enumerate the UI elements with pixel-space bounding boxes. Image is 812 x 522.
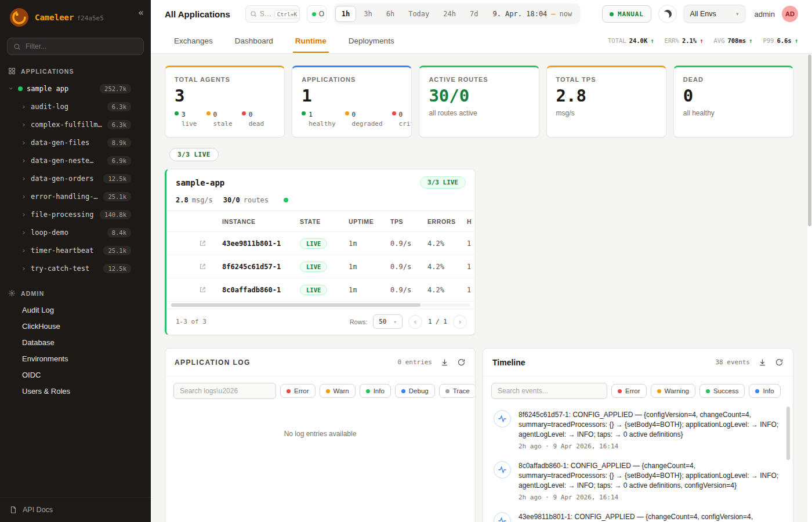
- tree-item-label: try-catch-test: [31, 264, 89, 273]
- manual-mode-button[interactable]: MANUAL: [602, 5, 651, 23]
- filter-chip-error[interactable]: Error: [611, 384, 647, 398]
- download-icon[interactable]: [440, 358, 449, 367]
- avatar[interactable]: AD: [782, 6, 798, 22]
- tabbar: Exchanges Dashboard Runtime Deployments …: [151, 28, 812, 54]
- range-today[interactable]: Today: [402, 6, 436, 22]
- log-search-input[interactable]: [173, 383, 276, 399]
- status-dot: [401, 389, 405, 393]
- external-link-icon[interactable]: [199, 286, 219, 293]
- table-row[interactable]: 8c0affadb860-1 LIVE 1m 0.9/s 4.2% 1: [166, 278, 475, 302]
- sidebar: « Cameleerf24a5e5 APPLICAT: [0, 0, 151, 522]
- filter-chip-trace[interactable]: Trace: [439, 384, 476, 398]
- errors-cell: 4.2%: [427, 263, 463, 271]
- timeline-event[interactable]: 43ee9811b801-1: CONFIG_APPLIED — {change…: [494, 512, 782, 522]
- sidebar-item-route[interactable]: ›complex-fulfillm…6.3k: [0, 115, 151, 133]
- timeline-scrollbar[interactable]: [786, 407, 790, 460]
- sidebar-item-environments[interactable]: Environments: [0, 350, 151, 367]
- chevron-right-icon: ›: [21, 175, 27, 182]
- sidebar-item-route[interactable]: ›data-gen-neste…6.9k: [0, 151, 151, 169]
- tree-item-badge: 6.9k: [107, 156, 131, 165]
- date-from[interactable]: 9. Apr. 18:04: [492, 10, 547, 18]
- status-dot: [175, 111, 179, 115]
- entries-count: 0 entries: [397, 358, 432, 366]
- sidebar-item-users-roles[interactable]: Users & Roles: [0, 383, 151, 399]
- range-3h[interactable]: 3h: [357, 6, 378, 22]
- filter-chip-warning[interactable]: Warning: [651, 384, 695, 398]
- table-row[interactable]: 43ee9811b801-1 LIVE 1m 0.9/s 4.2% 1: [166, 232, 475, 255]
- tree-item-badge: 6.3k: [107, 102, 131, 111]
- scrollbar-thumb[interactable]: [171, 303, 420, 307]
- filter-chip-success[interactable]: Success: [699, 384, 745, 398]
- sidebar-item-route[interactable]: ›audit-log6.3k: [0, 97, 151, 115]
- tab-deployments[interactable]: Deployments: [339, 29, 404, 53]
- download-icon[interactable]: [758, 358, 767, 367]
- state-badge: LIVE: [300, 262, 327, 272]
- rows-per-page-select[interactable]: 50 ▾: [373, 314, 403, 329]
- sidebar-item-clickhouse[interactable]: ClickHouse: [0, 318, 151, 334]
- filter-chip-warn[interactable]: Warn: [320, 384, 356, 398]
- tree-item-badge: 140.8k: [100, 210, 131, 219]
- collapse-sidebar-button[interactable]: «: [138, 7, 144, 18]
- online-label: O: [319, 10, 324, 18]
- online-toggle[interactable]: O: [307, 5, 327, 23]
- global-search[interactable]: S… Ctrl+K: [245, 5, 300, 23]
- timeline-event[interactable]: 8f6245c61d57-1: CONFIG_APPLIED — {config…: [494, 410, 782, 450]
- sidebar-item-route[interactable]: ›try-catch-test12.5k: [0, 259, 151, 277]
- prev-page-button[interactable]: ‹: [408, 315, 422, 329]
- env-select[interactable]: All Envs ▾: [684, 5, 745, 23]
- extra-cell: 1: [467, 263, 475, 271]
- range-24h[interactable]: 24h: [437, 6, 462, 22]
- sidebar-item-route[interactable]: ›error-handling-…25.1k: [0, 187, 151, 205]
- tab-exchanges[interactable]: Exchanges: [165, 29, 222, 53]
- timeline-event[interactable]: 8c0affadb860-1: CONFIG_APPLIED — {change…: [494, 461, 782, 501]
- sidebar-item-route[interactable]: ›timer-heartbeat25.1k: [0, 241, 151, 259]
- sidebar-item-route[interactable]: ›data-gen-files8.9k: [0, 133, 151, 151]
- tab-runtime[interactable]: Runtime: [286, 29, 336, 53]
- live-summary-chip[interactable]: 3/3 LIVE: [169, 148, 219, 161]
- chevron-right-icon: ›: [21, 157, 27, 164]
- routes-unit: routes: [244, 196, 269, 204]
- tree-item-badge: 12.5k: [103, 264, 131, 273]
- filter-chip-info[interactable]: Info: [749, 384, 780, 398]
- logo-icon: [9, 8, 29, 27]
- external-link-icon[interactable]: [199, 240, 219, 247]
- tree-item-badge: 252.7k: [100, 84, 131, 93]
- next-page-button[interactable]: ›: [453, 315, 467, 329]
- sidebar-item-route[interactable]: ›file-processing140.8k: [0, 205, 151, 223]
- api-docs-link[interactable]: API Docs: [0, 497, 151, 522]
- empty-state-text: No log entries available: [165, 430, 475, 438]
- uptime-cell: 1m: [349, 286, 387, 294]
- filter-chip-error[interactable]: Error: [280, 384, 316, 398]
- sidebar-item-audit-log[interactable]: Audit Log: [0, 302, 151, 318]
- tree-item-badge: 25.1k: [103, 192, 131, 201]
- status-dot: [302, 111, 306, 115]
- date-to[interactable]: now: [560, 10, 572, 18]
- stat-value: 3: [175, 88, 275, 104]
- horizontal-scrollbar[interactable]: [171, 303, 470, 307]
- status-dot: [206, 111, 211, 115]
- refresh-icon[interactable]: [775, 358, 784, 367]
- filter-input[interactable]: [26, 42, 137, 50]
- filter-chip-debug[interactable]: Debug: [395, 384, 435, 398]
- tab-dashboard[interactable]: Dashboard: [226, 29, 282, 53]
- sidebar-item-database[interactable]: Database: [0, 334, 151, 350]
- external-link-icon[interactable]: [199, 263, 219, 270]
- status-dot: [445, 389, 449, 393]
- sidebar-item-route[interactable]: ›data-gen-orders12.5k: [0, 169, 151, 187]
- range-7d[interactable]: 7d: [463, 6, 484, 22]
- topbar: All Applications S… Ctrl+K O 1h 3h 6h To…: [151, 0, 812, 28]
- col-uptime: UPTIME: [349, 218, 387, 225]
- event-search-input[interactable]: [491, 383, 607, 399]
- table-row[interactable]: 8f6245c61d57-1 LIVE 1m 0.9/s 4.2% 1: [166, 255, 475, 278]
- activity-icon: [494, 461, 511, 478]
- sidebar-item-route[interactable]: ›loop-demo8.4k: [0, 223, 151, 241]
- range-1h[interactable]: 1h: [335, 6, 356, 22]
- filter-chip-info[interactable]: Info: [360, 384, 391, 398]
- page-scrollbar-thumb[interactable]: [808, 55, 811, 226]
- sidebar-item-oidc[interactable]: OIDC: [0, 367, 151, 383]
- refresh-icon[interactable]: [457, 358, 466, 367]
- dark-mode-toggle[interactable]: [658, 5, 677, 23]
- range-6h[interactable]: 6h: [380, 6, 401, 22]
- sidebar-item-sample-app[interactable]: › sample app 252.7k: [0, 79, 151, 97]
- application-name[interactable]: sample-app: [176, 178, 224, 187]
